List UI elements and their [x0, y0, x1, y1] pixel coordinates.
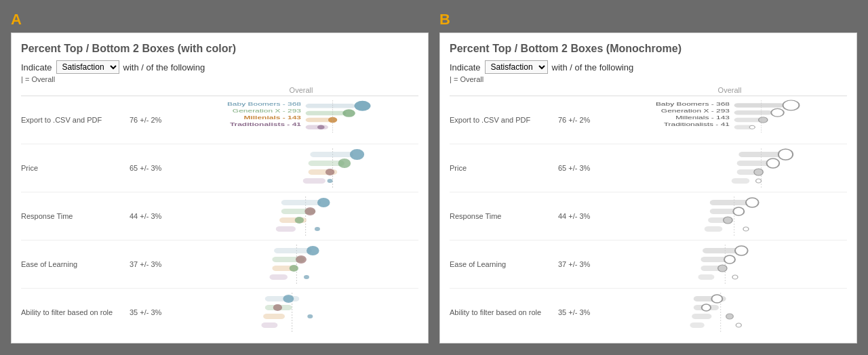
svg-text:Generation X - 293: Generation X - 293 [233, 108, 302, 114]
table-row: Ability to filter based on role 35 +/- 3… [450, 289, 847, 336]
row-chart [184, 196, 418, 236]
with-label-a: with / of the following [123, 62, 205, 72]
indicate-label-b: Indicate [450, 62, 481, 72]
svg-rect-17 [303, 178, 326, 184]
svg-point-19 [338, 159, 351, 168]
svg-rect-41 [265, 296, 300, 301]
svg-point-9 [342, 109, 355, 117]
row-label: Ability to filter based on role [450, 308, 558, 316]
row-chart: Baby Boomers - 368 Generation X - 293 Mi… [612, 100, 847, 140]
row-label: Ease of Learning [450, 260, 558, 268]
svg-point-56 [783, 100, 800, 110]
svg-point-10 [328, 117, 337, 123]
panel-a-label: A [11, 11, 429, 28]
indicate-label-a: Indicate [21, 62, 52, 72]
table-row: Response Time 44 +/- 3% [21, 192, 418, 241]
overall-note-a: | = Overall [21, 75, 418, 83]
svg-point-29 [295, 217, 304, 224]
panel-a: Percent Top / Bottom 2 Boxes (with color… [11, 33, 429, 343]
row-chart [184, 293, 418, 332]
svg-point-84 [735, 246, 748, 255]
table-row: Export to .CSV and PDF 76 +/- 2% Baby Bo… [21, 96, 418, 144]
svg-point-59 [749, 125, 755, 129]
svg-point-28 [304, 207, 315, 215]
row-chart [612, 293, 847, 332]
svg-rect-4 [306, 104, 355, 108]
svg-point-77 [724, 217, 732, 224]
svg-point-36 [307, 246, 319, 255]
row-value: 44 +/- 3% [130, 212, 184, 220]
svg-point-30 [315, 227, 320, 231]
svg-point-18 [350, 149, 364, 160]
col-overall-a: Overall [184, 86, 418, 94]
row-value: 35 +/- 3% [130, 308, 184, 316]
row-value: 37 +/- 3% [130, 260, 184, 268]
row-label: Ability to filter based on role [21, 308, 130, 316]
table-row: Price 65 +/- 3% [450, 144, 847, 192]
svg-point-8 [355, 101, 371, 111]
svg-rect-71 [710, 200, 750, 205]
svg-point-94 [702, 304, 711, 311]
row-value: 35 +/- 3% [558, 308, 612, 316]
table-row: Ease of Learning 37 +/- 3% [21, 241, 418, 289]
row-label: Export to .CSV and PDF [21, 116, 130, 124]
svg-point-85 [724, 255, 735, 264]
svg-rect-92 [690, 322, 704, 328]
svg-point-39 [304, 275, 309, 279]
svg-point-95 [726, 314, 734, 319]
svg-point-67 [767, 159, 780, 168]
svg-point-37 [296, 255, 307, 264]
col-overall-b: Overall [612, 86, 847, 94]
svg-rect-26 [276, 226, 296, 232]
svg-point-27 [317, 198, 330, 207]
svg-rect-53 [734, 110, 772, 115]
row-label: Response Time [450, 212, 558, 220]
svg-rect-74 [705, 226, 723, 232]
svg-rect-5 [306, 111, 347, 116]
svg-point-20 [326, 169, 334, 175]
row-value: 76 +/- 2% [558, 116, 612, 124]
svg-point-46 [273, 304, 282, 311]
with-label-b: with / of the following [552, 62, 634, 72]
row-label: Price [21, 164, 130, 172]
svg-point-58 [759, 117, 768, 123]
svg-point-11 [317, 125, 325, 129]
panel-a-title: Percent Top / Bottom 2 Boxes (with color… [21, 43, 418, 55]
row-label: Export to .CSV and PDF [450, 116, 558, 124]
row-chart [184, 245, 418, 284]
svg-rect-52 [734, 103, 784, 108]
panel-b-title: Percent Top / Bottom 2 Boxes (Monochrome… [450, 43, 847, 55]
svg-point-47 [307, 314, 313, 318]
svg-point-87 [732, 275, 738, 279]
svg-rect-62 [738, 152, 782, 157]
svg-rect-32 [274, 248, 312, 253]
svg-point-75 [746, 198, 759, 207]
row-chart [612, 196, 847, 236]
svg-text:Traditionalists - 41: Traditionalists - 41 [230, 121, 302, 127]
svg-point-68 [754, 169, 763, 175]
svg-rect-91 [692, 314, 711, 319]
svg-point-66 [778, 149, 793, 160]
svg-point-76 [733, 207, 744, 215]
svg-text:Traditionalists - 41: Traditionalists - 41 [664, 121, 730, 127]
svg-text:Generation X - 293: Generation X - 293 [661, 108, 730, 114]
row-label: Price [450, 164, 558, 172]
svg-rect-14 [310, 152, 353, 157]
row-value: 44 +/- 3% [558, 212, 612, 220]
satisfaction-dropdown-b[interactable]: Satisfaction [485, 60, 548, 74]
row-label: Ease of Learning [21, 260, 130, 268]
satisfaction-dropdown-a[interactable]: Satisfaction [56, 60, 119, 74]
row-value: 37 +/- 3% [558, 260, 612, 268]
svg-rect-65 [732, 178, 750, 184]
row-chart [612, 245, 847, 284]
svg-rect-23 [281, 200, 321, 205]
svg-rect-35 [269, 274, 288, 280]
row-chart [184, 148, 418, 188]
row-value: 65 +/- 3% [130, 164, 184, 172]
svg-rect-43 [263, 314, 285, 319]
svg-point-57 [771, 108, 784, 117]
row-chart [612, 148, 847, 188]
table-row: Price 65 +/- 3% [21, 144, 418, 192]
table-row: Ease of Learning 37 +/- 3% [450, 241, 847, 289]
table-row: Export to .CSV and PDF 76 +/- 2% Baby Bo… [450, 96, 847, 144]
